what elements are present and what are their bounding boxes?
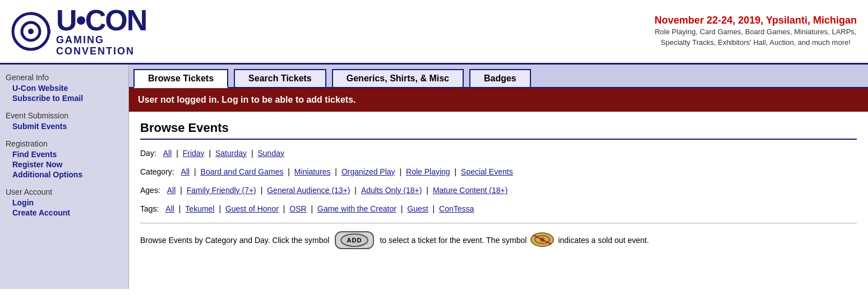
ages-filter-family[interactable]: Family Friendly (7+) bbox=[187, 186, 256, 195]
category-label: Category: bbox=[140, 167, 174, 176]
alert-bar: User not logged in. Log in to be able to… bbox=[129, 88, 868, 112]
header-desc-line1: Role Playing, Card Games, Board Games, M… bbox=[654, 26, 857, 38]
ages-label: Ages: bbox=[140, 186, 160, 195]
sidebar-section-event-submission: Event Submission bbox=[6, 111, 123, 120]
day-filter-saturday[interactable]: Saturday bbox=[215, 149, 247, 158]
svg-point-2 bbox=[28, 29, 34, 34]
add-badge-svg: ADD bbox=[340, 233, 368, 247]
logo-area: U•CON GAMINGCONVENTION bbox=[11, 6, 654, 57]
sidebar-section-general-info: General Info bbox=[6, 73, 123, 82]
divider bbox=[140, 223, 857, 223]
badges-tab[interactable]: Badges bbox=[469, 69, 531, 87]
logo-ucon: U•CON bbox=[56, 6, 146, 35]
browse-content: Browse Events Day: All | Friday | Saturd… bbox=[129, 112, 868, 259]
search-tickets-tab[interactable]: Search Tickets bbox=[234, 69, 326, 87]
day-label: Day: bbox=[140, 149, 156, 158]
category-filter-miniatures[interactable]: Miniatures bbox=[294, 167, 331, 176]
ages-filter-row: Ages: All | Family Friendly (7+) | Gener… bbox=[140, 184, 857, 198]
tags-filter-guest-honor[interactable]: Guest of Honor bbox=[225, 204, 279, 213]
page-header: U•CON GAMINGCONVENTION November 22-24, 2… bbox=[0, 0, 868, 65]
tags-filter-tekumel[interactable]: Tekumel bbox=[185, 204, 214, 213]
sidebar-section-registration: Registration bbox=[6, 139, 123, 148]
generics-tab[interactable]: Generics, Shirts, & Misc bbox=[332, 69, 464, 87]
day-filter-sunday[interactable]: Sunday bbox=[257, 149, 284, 158]
register-now-link[interactable]: Register Now bbox=[6, 159, 123, 169]
tags-filter-row: Tags: All | Tekumel | Guest of Honor | O… bbox=[140, 202, 857, 216]
ages-filter-all[interactable]: All bbox=[167, 186, 176, 195]
tab-bar: Browse Tickets Search Tickets Generics, … bbox=[129, 65, 868, 88]
ucon-website-link[interactable]: U-Con Website bbox=[6, 83, 123, 93]
info-text-before: Browse Events by Category and Day. Click… bbox=[140, 236, 329, 245]
sidebar: General Info U-Con Website Subscribe to … bbox=[0, 65, 129, 289]
day-filter-row: Day: All | Friday | Saturday | Sunday bbox=[140, 146, 857, 161]
tags-filter-game-creator[interactable]: Game with the Creator bbox=[317, 204, 396, 213]
find-events-link[interactable]: Find Events bbox=[6, 149, 123, 159]
alert-message: User not logged in. Log in to be able to… bbox=[138, 95, 355, 104]
tags-filter-osr[interactable]: OSR bbox=[289, 204, 306, 213]
header-date: November 22-24, 2019, Ypsilanti, Michiga… bbox=[654, 15, 857, 26]
day-filter-friday[interactable]: Friday bbox=[183, 149, 205, 158]
ages-filter-general[interactable]: General Audience (13+) bbox=[267, 186, 350, 195]
sold-out-icon bbox=[530, 232, 555, 249]
sold-out-svg bbox=[530, 232, 555, 247]
ages-filter-adults[interactable]: Adults Only (18+) bbox=[361, 186, 422, 195]
category-filter-all[interactable]: All bbox=[181, 167, 190, 176]
info-text-after: indicates a sold out event. bbox=[558, 236, 649, 245]
logo-text: U•CON GAMINGCONVENTION bbox=[56, 6, 146, 57]
sidebar-section-user-account: User Account bbox=[6, 187, 123, 196]
svg-marker-3 bbox=[49, 27, 50, 35]
additional-options-link[interactable]: Additional Options bbox=[6, 169, 123, 180]
category-filter-row: Category: All | Board and Card Games | M… bbox=[140, 165, 857, 179]
content-area: Browse Tickets Search Tickets Generics, … bbox=[129, 65, 868, 289]
logo-gaming: GAMINGCONVENTION bbox=[56, 35, 146, 57]
login-link[interactable]: Login bbox=[6, 198, 123, 208]
svg-text:ADD: ADD bbox=[347, 237, 362, 244]
main-layout: General Info U-Con Website Subscribe to … bbox=[0, 65, 868, 289]
category-filter-organized[interactable]: Organized Play bbox=[341, 167, 395, 176]
subscribe-email-link[interactable]: Subscribe to Email bbox=[6, 93, 123, 103]
create-account-link[interactable]: Create Account bbox=[6, 208, 123, 218]
logo-icon bbox=[11, 12, 50, 51]
category-filter-special[interactable]: Special Events bbox=[461, 167, 513, 176]
tags-label: Tags: bbox=[140, 204, 159, 213]
tags-filter-contessa[interactable]: ConTessa bbox=[439, 204, 474, 213]
header-desc-line2: Specialty Tracks, Exhibitors' Hall, Auct… bbox=[654, 37, 857, 48]
category-filter-roleplaying[interactable]: Role Playing bbox=[406, 167, 450, 176]
category-filter-board[interactable]: Board and Card Games bbox=[201, 167, 284, 176]
submit-events-link[interactable]: Submit Events bbox=[6, 121, 123, 131]
info-row: Browse Events by Category and Day. Click… bbox=[140, 231, 857, 249]
tags-filter-guest[interactable]: Guest bbox=[407, 204, 428, 213]
tags-filter-all[interactable]: All bbox=[165, 204, 174, 213]
add-badge: ADD bbox=[335, 231, 374, 249]
header-right: November 22-24, 2019, Ypsilanti, Michiga… bbox=[654, 15, 857, 48]
day-filter-all[interactable]: All bbox=[163, 149, 172, 158]
info-text-middle: to select a ticket for the event. The sy… bbox=[380, 236, 527, 245]
browse-title: Browse Events bbox=[140, 121, 857, 140]
browse-tickets-tab[interactable]: Browse Tickets bbox=[133, 69, 228, 88]
ages-filter-mature[interactable]: Mature Content (18+) bbox=[433, 186, 507, 195]
